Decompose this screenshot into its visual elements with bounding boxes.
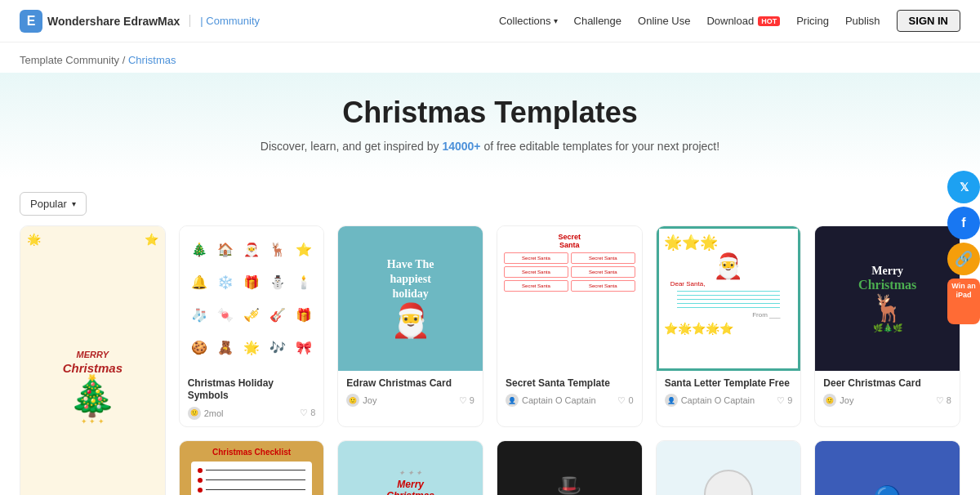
hero-section: Christmas Templates Discover, learn, and… <box>0 73 980 179</box>
card-title: Deer Christmas Card <box>823 377 951 390</box>
card-santa-letter-template[interactable]: 🌟⭐🌟 🎅 Dear Santa, From ___ ⭐🌟⭐🌟⭐ Santa L… <box>656 225 802 427</box>
card-meta: 🙂 2mol ♡ 8 <box>188 407 316 420</box>
breadcrumb: Template Community / Christmas <box>0 42 980 73</box>
card-blue-ornament[interactable]: 🔵 🎄 ✦ ✦ ✦ Blue Christmas Ornament 🙂 Joy … <box>814 440 960 495</box>
templates-grid: MERRY Christmas 🎄 ✦ ✦ ✦ ⭐ 🌟 Christmas Ca… <box>0 225 980 495</box>
nav-publish[interactable]: Publish <box>845 15 880 27</box>
card-title: Secret Santa Template <box>506 377 634 390</box>
breadcrumb-separator: / <box>119 54 128 66</box>
card-author: 👤 Captain O Captain <box>665 394 755 407</box>
card-preview-santa-letter: 🌟⭐🌟 🎅 Dear Santa, From ___ ⭐🌟⭐🌟⭐ <box>657 226 801 371</box>
logo-icon: E <box>20 10 42 33</box>
card-preview-edraw: Have Thehappiestholiday 🎅 <box>338 226 483 371</box>
ipad-promo-button[interactable]: Win an iPad <box>947 279 980 324</box>
card-title: Christmas Holiday Symbols <box>188 377 316 403</box>
community-link[interactable]: | Community <box>189 15 260 27</box>
sign-in-button[interactable]: SIGN IN <box>897 10 960 32</box>
header-left: E Wondershare EdrawMax | Community <box>20 10 260 33</box>
card-preview-symbols: 🎄🏠🎅🦌⭐ 🔔❄️🎁⛄🕯️ 🧦🍬🎺🎸🎁 🍪🧸🌟🎶🎀 <box>180 226 324 371</box>
card-author: 🙂 Joy <box>346 394 376 407</box>
card-preview-christmas-card: MERRY Christmas 🎄 ✦ ✦ ✦ ⭐ 🌟 <box>20 226 165 495</box>
header-nav: Collections ▾ Challenge Online Use Downl… <box>499 10 960 32</box>
card-preview-secret-santa: SecretSanta Secret Santa Secret Santa Se… <box>497 226 642 371</box>
card-preview-blue: 🔵 🎄 ✦ ✦ ✦ <box>815 441 960 495</box>
link-icon: 🔗 <box>955 250 973 268</box>
filter-bar: Popular ▾ <box>0 179 980 225</box>
card-meta: 👤 Captain O Captain ♡ 0 <box>506 394 634 407</box>
nav-download[interactable]: Download HOT <box>706 15 780 27</box>
card-family-christmas-card[interactable]: 🎄 Family Christmas Family Christmas Card… <box>656 440 802 495</box>
card-preview-family: 🎄 Family Christmas <box>657 441 801 495</box>
breadcrumb-current: Christmas <box>128 54 176 66</box>
breadcrumb-home[interactable]: Template Community <box>20 54 119 66</box>
card-likes: ♡ 0 <box>617 395 633 406</box>
card-info: Secret Santa Template 👤 Captain O Captai… <box>497 371 642 414</box>
nav-collections[interactable]: Collections ▾ <box>499 15 558 27</box>
sort-dropdown[interactable]: Popular ▾ <box>20 192 87 216</box>
social-sidebar: 𝕏 f 🔗 Win an iPad <box>947 171 980 324</box>
page-title: Christmas Templates <box>16 96 964 130</box>
card-likes: ♡ 9 <box>459 395 474 406</box>
app-name: Wondershare EdrawMax <box>47 15 180 28</box>
card-preview-happy-holidays: 🎩 HAPPYHOLIDAYS 🌲🌲 <box>497 441 642 495</box>
card-secret-santa-template[interactable]: SecretSanta Secret Santa Secret Santa Se… <box>497 225 643 427</box>
facebook-share-button[interactable]: f <box>947 207 980 239</box>
card-deer-christmas-card[interactable]: Merry Christmas 🦌 🌿🎄🌿 Deer Christmas Car… <box>814 225 960 427</box>
card-christmas-checklist[interactable]: Christmas Checklist Christmas Checklist … <box>179 440 325 495</box>
card-likes: ♡ 8 <box>936 395 951 406</box>
card-christmas-holiday-symbols[interactable]: 🎄🏠🎅🦌⭐ 🔔❄️🎁⛄🕯️ 🧦🍬🎺🎸🎁 🍪🧸🌟🎶🎀 Christmas Holi… <box>179 225 325 427</box>
twitter-share-button[interactable]: 𝕏 <box>947 171 980 203</box>
nav-pricing[interactable]: Pricing <box>796 15 829 27</box>
nav-online-use[interactable]: Online Use <box>638 15 690 27</box>
facebook-icon: f <box>961 216 965 230</box>
card-info: Christmas Holiday Symbols 🙂 2mol ♡ 8 <box>180 371 324 426</box>
author-avatar: 🙂 <box>188 407 201 420</box>
author-avatar: 👤 <box>665 394 678 407</box>
card-title: Santa Letter Template Free <box>665 377 793 390</box>
dropdown-chevron-icon: ▾ <box>72 199 76 208</box>
logo[interactable]: E Wondershare EdrawMax <box>20 10 180 33</box>
card-info: Santa Letter Template Free 👤 Captain O C… <box>657 371 801 414</box>
card-info: Deer Christmas Card 🙂 Joy ♡ 8 <box>815 371 960 414</box>
card-info: Edraw Christmas Card 🙂 Joy ♡ 9 <box>338 371 483 414</box>
card-author: 🙂 Joy <box>823 394 853 407</box>
card-meta: 🙂 Joy ♡ 8 <box>823 394 951 407</box>
card-preview-wonderful: ✦ ✦ ✦ MerryChristmas 🎅 🏠 ✦ ✦ ✦ <box>338 441 483 495</box>
card-likes: ♡ 8 <box>300 408 315 418</box>
card-meta: 👤 Captain O Captain ♡ 9 <box>665 394 793 407</box>
card-author: 🙂 2mol <box>188 407 224 420</box>
ipad-promo-label: Win an iPad <box>951 282 975 299</box>
header: E Wondershare EdrawMax | Community Colle… <box>0 0 980 42</box>
card-author: 👤 Captain O Captain <box>506 394 596 407</box>
author-avatar: 🙂 <box>823 394 836 407</box>
copy-link-button[interactable]: 🔗 <box>947 243 980 275</box>
card-happy-holidays[interactable]: 🎩 HAPPYHOLIDAYS 🌲🌲 Happy Holidays Card 🙂… <box>497 440 643 495</box>
hero-description: Discover, learn, and get inspired by 140… <box>16 140 964 153</box>
card-wonderful-christmas-card[interactable]: ✦ ✦ ✦ MerryChristmas 🎅 🏠 ✦ ✦ ✦ Wonderful… <box>337 440 483 495</box>
template-count-link[interactable]: 14000+ <box>442 140 480 153</box>
chevron-down-icon: ▾ <box>554 16 558 25</box>
card-title: Edraw Christmas Card <box>346 377 474 390</box>
card-christmas-card-template[interactable]: MERRY Christmas 🎄 ✦ ✦ ✦ ⭐ 🌟 Christmas Ca… <box>20 225 166 495</box>
card-preview-deer: Merry Christmas 🦌 🌿🎄🌿 <box>815 226 960 371</box>
twitter-icon: 𝕏 <box>960 181 969 194</box>
card-likes: ♡ 9 <box>777 395 792 406</box>
card-meta: 🙂 Joy ♡ 9 <box>346 394 474 407</box>
author-avatar: 🙂 <box>346 394 359 407</box>
card-preview-checklist: Christmas Checklist <box>180 441 324 495</box>
author-avatar: 👤 <box>506 394 519 407</box>
card-edraw-christmas-card[interactable]: Have Thehappiestholiday 🎅 Edraw Christma… <box>337 225 483 427</box>
nav-challenge[interactable]: Challenge <box>574 15 622 27</box>
hot-badge: HOT <box>758 16 780 26</box>
